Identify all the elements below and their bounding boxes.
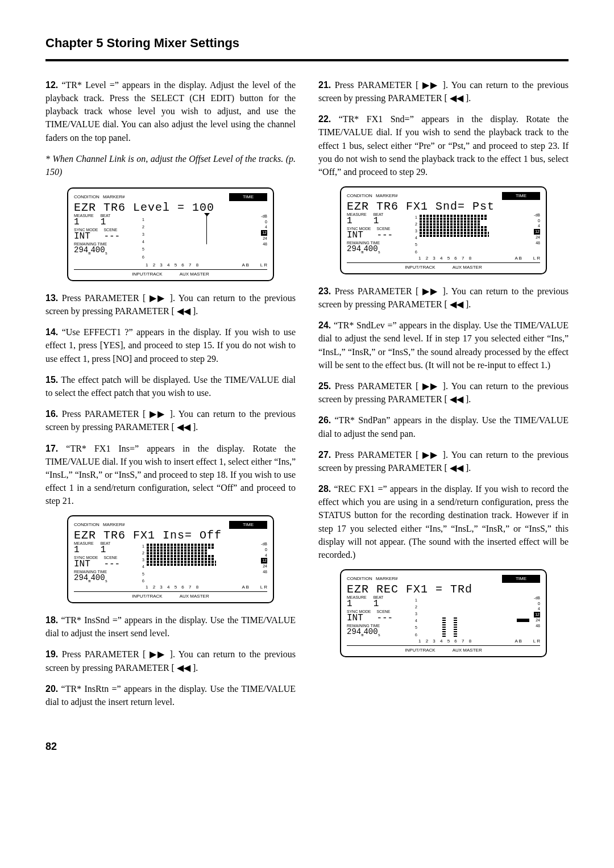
step-number: 27. [318, 450, 331, 460]
step-item: 19. Press PARAMETER [ ▶▶ ]. You can retu… [45, 648, 296, 674]
step-text: “TR* SndLev =” appears in the display. U… [318, 320, 569, 370]
step-text: “TR* SndPan” appears in the display. Use… [318, 415, 569, 438]
step-number: 12. [45, 80, 58, 90]
step-text: Press PARAMETER [ ▶▶ ]. You can return t… [45, 293, 296, 316]
step-item: 13. Press PARAMETER [ ▶▶ ]. You can retu… [45, 291, 296, 318]
lcd-main-text: EZR TR6 FX1 Ins= Off [74, 529, 267, 541]
step-number: 14. [45, 327, 58, 337]
lcd-display: CONDITIONMARKER# TIME EZR REC FX1 = TRd … [318, 569, 569, 657]
step-number: 17. [45, 444, 58, 453]
step-number: 16. [45, 409, 58, 419]
page-number: 82 [45, 739, 569, 754]
step-number: 23. [318, 286, 331, 296]
step-text: “TR* FX1 Ins=” appears in the display. R… [45, 444, 296, 506]
step-text: Press PARAMETER [ ▶▶ ]. You can return t… [318, 80, 569, 103]
step-text: Press PARAMETER [ ▶▶ ]. You can return t… [45, 649, 296, 672]
step-item: 23. Press PARAMETER [ ▶▶ ]. You can retu… [318, 285, 569, 311]
step-item: 24. “TR* SndLev =” appears in the displa… [318, 319, 569, 372]
step-number: 25. [318, 381, 331, 391]
step-item: 21. Press PARAMETER [ ▶▶ ]. You can retu… [318, 78, 569, 105]
lcd-display: CONDITIONMARKER# TIME EZR TR6 FX1 Ins= O… [45, 515, 296, 603]
step-text: Press PARAMETER [ ▶▶ ]. You can return t… [45, 409, 296, 432]
step-text: “Use EFFECT1 ?” appears in the display. … [45, 327, 296, 363]
step-number: 13. [45, 293, 58, 303]
heading-rule [45, 59, 569, 61]
step-text: “TR* FX1 Snd=” appears in the display. R… [318, 114, 569, 177]
left-column: 12. “TR* Level =” appears in the display… [45, 78, 296, 716]
step-item: 28. “REC FX1 =” appears in the display. … [318, 482, 569, 561]
step-item: 12. “TR* Level =” appears in the display… [45, 78, 296, 144]
right-column: 21. Press PARAMETER [ ▶▶ ]. You can retu… [318, 78, 569, 716]
step-item: 17. “TR* FX1 Ins=” appears in the displa… [45, 442, 296, 508]
steps-left: 12. “TR* Level =” appears in the display… [45, 78, 296, 708]
step-text: “TR* InsSnd =” appears in the display. U… [45, 615, 296, 638]
step-item: 14. “Use EFFECT1 ?” appears in the displ… [45, 326, 296, 365]
step-item: 27. Press PARAMETER [ ▶▶ ]. You can retu… [318, 448, 569, 474]
step-item: 25. Press PARAMETER [ ▶▶ ]. You can retu… [318, 379, 569, 406]
step-number: 22. [318, 114, 331, 124]
step-number: 21. [318, 80, 331, 90]
step-number: 15. [45, 375, 58, 385]
step-text: Press PARAMETER [ ▶▶ ]. You can return t… [318, 450, 569, 473]
step-text: “TR* InsRtn =” appears in the display. U… [45, 684, 296, 707]
step-item: 16. Press PARAMETER [ ▶▶ ]. You can retu… [45, 407, 296, 433]
step-item: 26. “TR* SndPan” appears in the display.… [318, 414, 569, 440]
lcd-main-text: EZR TR6 Level = 100 [74, 201, 267, 214]
step-item: 20. “TR* InsRtn =” appears in the displa… [45, 682, 296, 708]
step-number: 24. [318, 320, 331, 330]
lcd-main-text: EZR TR6 FX1 Snd= Pst [347, 200, 540, 212]
footnote: * When Channel Link is on, adjust the Of… [45, 152, 296, 178]
step-item: 15. The effect patch will be displayed. … [45, 373, 296, 399]
step-text: The effect patch will be displayed. Use … [45, 375, 296, 398]
step-number: 18. [45, 615, 58, 625]
lcd-main-text: EZR REC FX1 = TRd [347, 583, 540, 595]
step-text: Press PARAMETER [ ▶▶ ]. You can return t… [318, 381, 569, 404]
step-number: 28. [318, 484, 331, 494]
chapter-title: Chapter 5 Storing Mixer Settings [45, 34, 569, 52]
step-text: “TR* Level =” appears in the display. Ad… [45, 80, 296, 143]
two-column-layout: 12. “TR* Level =” appears in the display… [45, 78, 569, 716]
steps-right: 21. Press PARAMETER [ ▶▶ ]. You can retu… [318, 78, 569, 657]
step-number: 20. [45, 684, 58, 694]
step-item: 22. “TR* FX1 Snd=” appears in the displa… [318, 112, 569, 178]
step-item: 18. “TR* InsSnd =” appears in the displa… [45, 614, 296, 640]
step-number: 19. [45, 649, 58, 659]
lcd-display: CONDITIONMARKER# TIME EZR TR6 Level = 10… [45, 187, 296, 281]
lcd-display: CONDITIONMARKER# TIME EZR TR6 FX1 Snd= P… [318, 186, 569, 274]
step-text: Press PARAMETER [ ▶▶ ]. You can return t… [318, 286, 569, 309]
step-number: 26. [318, 415, 331, 425]
step-text: “REC FX1 =” appears in the display. If y… [318, 484, 569, 560]
